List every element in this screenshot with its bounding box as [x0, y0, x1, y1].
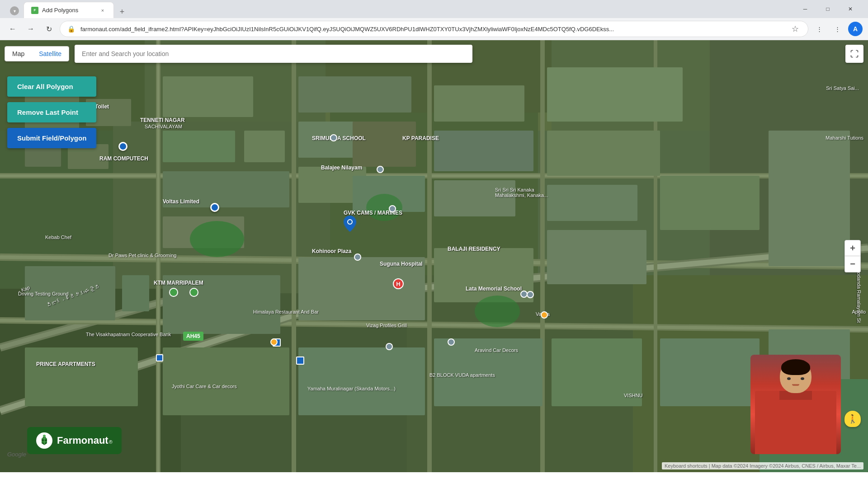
fullscreen-button[interactable]	[845, 45, 863, 63]
svg-rect-57	[547, 230, 646, 284]
pin-gvk[interactable]	[389, 205, 396, 212]
close-window-button[interactable]: ✕	[840, 2, 861, 16]
pin-hospital-h[interactable]: H	[393, 278, 404, 289]
tab-favicon: F	[31, 7, 38, 14]
forward-button[interactable]: →	[24, 22, 38, 36]
map-marker	[344, 216, 356, 234]
map-attribution-text: Keyboard shortcuts | Map data ©2024 Imag…	[662, 462, 863, 469]
svg-point-72	[348, 220, 352, 224]
pegman-icon[interactable]: 🚶	[844, 411, 861, 427]
svg-rect-50	[547, 131, 660, 176]
svg-rect-41	[298, 76, 411, 113]
svg-point-68	[366, 194, 402, 221]
nav-bar: ← → ↻ 🔒 farmonaut.com/add_field_iframe2.…	[0, 18, 868, 40]
pin-ktm-green2[interactable]	[189, 288, 198, 297]
clear-all-polygon-button[interactable]: Clear All Polygon	[7, 76, 96, 97]
back-button[interactable]: ←	[5, 22, 20, 36]
remove-last-point-button[interactable]: Remove Last Point	[7, 102, 96, 122]
maximize-button[interactable]: □	[817, 2, 838, 16]
svg-rect-46	[434, 85, 524, 122]
svg-rect-58	[660, 176, 760, 230]
address-text: farmonaut.com/add_field_iframe2.html?API…	[80, 26, 786, 33]
pin-lata2[interactable]	[520, 291, 528, 298]
svg-rect-36	[163, 76, 253, 117]
pin-vizag[interactable]	[386, 343, 393, 350]
pin-ktm-green[interactable]	[169, 288, 178, 297]
map-type-map-button[interactable]: Map	[5, 47, 32, 61]
title-bar: ▾ F Add Polygons × + ─ □ ✕	[0, 0, 868, 18]
pin-road-marker[interactable]	[448, 338, 455, 346]
pin-bus-blue2[interactable]	[296, 357, 304, 365]
submit-field-polygon-button[interactable]: Submit Field/Polygon	[7, 128, 96, 148]
svg-rect-55	[298, 257, 425, 320]
svg-rect-37	[163, 131, 235, 162]
svg-rect-56	[434, 248, 533, 302]
pegman-container[interactable]: 🚶	[844, 411, 861, 427]
active-tab[interactable]: F Add Polygons ×	[24, 2, 114, 18]
menu-button[interactable]: ⋮	[830, 22, 844, 36]
profile-button[interactable]: A	[848, 22, 863, 36]
svg-point-73	[43, 435, 46, 437]
pin-sbm[interactable]	[118, 142, 127, 151]
svg-rect-49	[547, 67, 683, 122]
map-type-satellite-button[interactable]: Satellite	[32, 47, 69, 61]
svg-rect-60	[25, 347, 138, 406]
bookmark-icon[interactable]: ☆	[790, 22, 801, 36]
svg-rect-64	[552, 338, 642, 406]
pin-balajee[interactable]	[377, 166, 384, 173]
label-kodanda: Kodanda Ramalayam St	[856, 269, 862, 323]
map-type-buttons: Map Satellite	[5, 46, 69, 61]
map-container[interactable]: Map Satellite Clear All Polygon Remove L…	[0, 40, 868, 472]
pin-srimukha[interactable]	[330, 134, 337, 141]
tab-title: Add Polygons	[42, 7, 95, 14]
svg-rect-38	[244, 131, 285, 162]
svg-rect-65	[660, 338, 760, 406]
zoom-in-button[interactable]: +	[844, 240, 861, 256]
pin-bank[interactable]	[156, 354, 163, 361]
svg-rect-48	[434, 180, 515, 216]
lock-icon: 🔒	[67, 25, 75, 33]
pin-voltas[interactable]	[210, 203, 219, 212]
location-search-input[interactable]	[75, 45, 472, 63]
extensions-button[interactable]: ⋮	[812, 22, 826, 36]
tab-bar: ▾ F Add Polygons × +	[4, 0, 791, 18]
svg-rect-44	[353, 122, 416, 167]
zoom-controls: + −	[844, 240, 861, 272]
svg-rect-52	[25, 266, 115, 320]
svg-rect-47	[434, 131, 533, 171]
pin-restaurant[interactable]	[270, 338, 278, 346]
window-controls: ─ □ ✕	[795, 2, 861, 16]
svg-point-69	[475, 296, 520, 327]
google-text: Google	[7, 451, 26, 458]
svg-point-67	[190, 221, 244, 257]
farmonaut-logo: Farmonaut ®	[27, 427, 122, 454]
svg-rect-59	[769, 131, 850, 266]
map-background	[0, 40, 868, 472]
farmonaut-name: Farmonaut ®	[57, 435, 113, 446]
svg-rect-51	[547, 185, 637, 221]
pin-lata[interactable]	[527, 291, 534, 298]
pin-kohinoor[interactable]	[354, 253, 361, 261]
tab-close-button[interactable]: ×	[99, 7, 106, 14]
zoom-out-button[interactable]: −	[844, 256, 861, 272]
pin-vajraa[interactable]	[541, 311, 548, 319]
svg-rect-62	[298, 347, 425, 415]
ah45-badge: AH45	[183, 332, 203, 341]
browser-chrome: ▾ F Add Polygons × + ─ □ ✕ ← → ↻ 🔒 far	[0, 0, 868, 40]
person-overlay	[750, 355, 841, 454]
svg-rect-63	[434, 338, 542, 406]
svg-rect-61	[163, 347, 289, 415]
reload-button[interactable]: ↻	[42, 22, 56, 36]
new-tab-button[interactable]: +	[116, 5, 128, 18]
map-controls-top: Map Satellite	[0, 40, 868, 67]
farmonaut-logo-icon	[36, 432, 52, 449]
svg-rect-39	[163, 171, 289, 207]
svg-rect-53	[122, 275, 149, 311]
address-bar[interactable]: 🔒 farmonaut.com/add_field_iframe2.html?A…	[60, 21, 808, 37]
polygon-controls: Clear All Polygon Remove Last Point Subm…	[7, 76, 96, 148]
map-attribution-bar: Keyboard shortcuts | Map data ©2024 Imag…	[0, 460, 868, 472]
minimize-button[interactable]: ─	[795, 2, 816, 16]
svg-rect-54	[163, 275, 280, 334]
